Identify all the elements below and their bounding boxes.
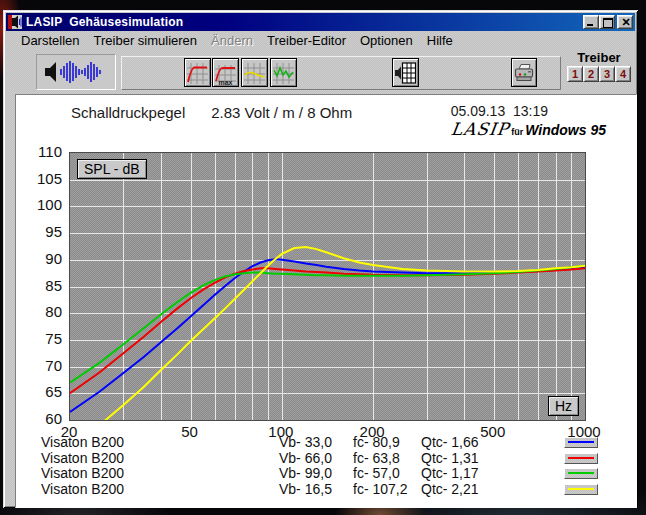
yellow-curve-icon bbox=[243, 62, 266, 85]
title-bar[interactable]: LASIP Gehäusesimulation ✕ bbox=[6, 13, 635, 31]
legend-fc-value: fc- 80,9 bbox=[353, 434, 400, 450]
curve-3 bbox=[70, 266, 585, 383]
menu-item-hilfe[interactable]: Hilfe bbox=[420, 32, 460, 49]
driver-1-button[interactable]: 1 bbox=[567, 66, 583, 82]
y-tick-110: 110 bbox=[16, 144, 62, 160]
driver-4-button[interactable]: 4 bbox=[615, 66, 631, 82]
y-tick-80: 80 bbox=[16, 304, 62, 320]
minimize-icon bbox=[587, 24, 593, 26]
legend-color-swatch bbox=[564, 484, 598, 495]
close-button[interactable]: ✕ bbox=[617, 15, 633, 29]
logo-lasip-text: LASIP bbox=[449, 119, 510, 139]
app-icon bbox=[8, 15, 22, 29]
treiber-selector: Treiber 1234 bbox=[566, 51, 632, 82]
driver-2-button[interactable]: 2 bbox=[583, 66, 599, 82]
legend-vb-value: Vb- 99,0 bbox=[279, 465, 332, 481]
hz-label: Hz bbox=[548, 396, 579, 416]
legend-color-swatch bbox=[564, 468, 598, 479]
speaker-table-icon bbox=[394, 61, 417, 85]
measurement-title: Schalldruckpegel bbox=[71, 104, 185, 121]
menu-item-treiber-editor[interactable]: Treiber-Editor bbox=[260, 32, 353, 49]
menu-item-darstellen[interactable]: Darstellen bbox=[14, 32, 87, 49]
maximize-button[interactable] bbox=[599, 15, 615, 29]
spl-max-curve-button[interactable]: max bbox=[212, 58, 239, 87]
legend-vb-value: Vb- 33,0 bbox=[279, 434, 332, 450]
legend-color-swatch bbox=[564, 453, 598, 464]
desktop-background: LASIP Gehäusesimulation ✕ DarstellenTrei… bbox=[0, 0, 646, 515]
logo-windows95-text: Windows 95 bbox=[525, 122, 606, 138]
app-window: LASIP Gehäusesimulation ✕ DarstellenTrei… bbox=[3, 10, 638, 508]
speaker-simulation-button[interactable] bbox=[36, 54, 116, 90]
legend-fc-value: fc- 107,2 bbox=[353, 481, 407, 497]
legend-vb-value: Vb- 66,0 bbox=[279, 450, 332, 466]
toolbar-band: max bbox=[121, 56, 561, 90]
y-tick-100: 100 bbox=[16, 197, 62, 213]
menu-bar: DarstellenTreiber simulierenÄndernTreibe… bbox=[6, 31, 635, 50]
max-label: max bbox=[213, 79, 238, 86]
treiber-label: Treiber bbox=[566, 51, 632, 65]
legend-qtc-value: Qtc- 2,21 bbox=[421, 481, 479, 497]
curve-1 bbox=[70, 259, 585, 412]
menu-item-treiber-simulieren[interactable]: Treiber simulieren bbox=[87, 32, 205, 49]
menu-item--ndern: Ändern bbox=[204, 32, 260, 49]
legend-driver-name: Visaton B200 bbox=[41, 450, 124, 466]
lasip-logo: LASIPfürWindows 95 bbox=[451, 119, 606, 139]
logo-fuer-text: für bbox=[511, 127, 523, 137]
measurement-condition: 2.83 Volt / m / 8 Ohm bbox=[211, 104, 352, 121]
y-tick-60: 60 bbox=[16, 411, 62, 427]
legend-driver-name: Visaton B200 bbox=[41, 481, 124, 497]
legend-qtc-value: Qtc- 1,17 bbox=[421, 465, 479, 481]
legend-qtc-value: Qtc- 1,66 bbox=[421, 434, 479, 450]
legend-qtc-value: Qtc- 1,31 bbox=[421, 450, 479, 466]
close-icon: ✕ bbox=[618, 15, 634, 29]
window-title: LASIP Gehäusesimulation bbox=[26, 15, 583, 29]
menu-item-optionen[interactable]: Optionen bbox=[353, 32, 420, 49]
legend-fc-value: fc- 57,0 bbox=[353, 465, 400, 481]
datetime-label: 05.09.13 13:19 bbox=[451, 103, 548, 119]
legend-driver-name: Visaton B200 bbox=[41, 434, 124, 450]
legend-row-2: Visaton B200Vb- 66,0fc- 63,8Qtc- 1,31 bbox=[16, 450, 636, 466]
printer-icon bbox=[513, 62, 535, 84]
y-tick-70: 70 bbox=[16, 358, 62, 374]
y-tick-85: 85 bbox=[16, 278, 62, 294]
speaker-wave-icon bbox=[43, 58, 109, 86]
maximize-icon bbox=[603, 18, 613, 28]
legend-vb-value: Vb- 16,5 bbox=[279, 481, 332, 497]
legend-color-swatch bbox=[564, 437, 598, 448]
spl-curve-icon bbox=[186, 62, 209, 85]
driver-3-button[interactable]: 3 bbox=[599, 66, 615, 82]
legend-row-1: Visaton B200Vb- 33,0fc- 80,9Qtc- 1,66 bbox=[16, 434, 636, 450]
y-tick-65: 65 bbox=[16, 384, 62, 400]
legend-driver-name: Visaton B200 bbox=[41, 465, 124, 481]
spl-chart: SPL - dB Hz bbox=[69, 152, 586, 421]
chart-header: Schalldruckpegel 2.83 Volt / m / 8 Ohm bbox=[71, 104, 352, 121]
y-tick-90: 90 bbox=[16, 251, 62, 267]
legend-fc-value: fc- 63,8 bbox=[353, 450, 400, 466]
minimize-button[interactable] bbox=[583, 15, 599, 29]
legend-row-3: Visaton B200Vb- 99,0fc- 57,0Qtc- 1,17 bbox=[16, 465, 636, 481]
legend-row-4: Visaton B200Vb- 16,5fc- 107,2Qtc- 2,21 bbox=[16, 481, 636, 497]
spl-curve-button[interactable] bbox=[184, 58, 211, 87]
y-tick-105: 105 bbox=[16, 171, 62, 187]
toolbar: max bbox=[6, 50, 635, 92]
green-curve-button[interactable] bbox=[270, 58, 297, 87]
green-curve-icon bbox=[272, 62, 295, 85]
y-tick-95: 95 bbox=[16, 224, 62, 240]
legend: Visaton B200Vb- 33,0fc- 80,9Qtc- 1,66Vis… bbox=[16, 434, 636, 496]
print-button[interactable] bbox=[511, 58, 537, 87]
y-tick-75: 75 bbox=[16, 331, 62, 347]
driver-table-button[interactable] bbox=[392, 58, 419, 87]
spl-db-label: SPL - dB bbox=[77, 159, 147, 179]
client-area: Schalldruckpegel 2.83 Volt / m / 8 Ohm 0… bbox=[15, 94, 637, 508]
yellow-curve-button[interactable] bbox=[241, 58, 268, 87]
